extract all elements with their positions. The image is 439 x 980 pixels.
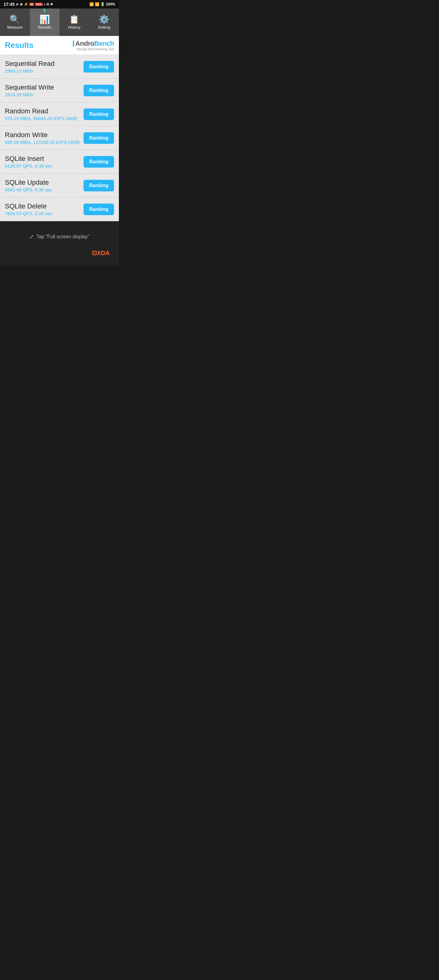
result-info-6: SQLite Delete7806.53 QPS, 0.26 sec [5,202,83,216]
result-value-5: 5683.46 QPS, 0.35 sec [5,187,83,192]
messenger-icon: ⚡ [24,2,28,6]
bottom-bar: ⤢ Tap "Full screen display" ⊡XDA [0,221,119,266]
fullscreen-icon: ⤢ [29,234,34,240]
page-header: Results AndroBench Storage Benchmarking … [0,36,119,55]
result-value-2: 375.19 MB/s, 96049.29 IOPS (4KB) [5,116,83,121]
result-name-5: SQLite Update [5,178,83,186]
result-name-4: SQLite Insert [5,155,83,163]
nav-label-history: History [68,25,80,30]
ranking-button-6[interactable]: Ranking [83,204,114,215]
brand-accent [73,41,74,47]
bluetooth-icon: ✳ [50,2,53,6]
result-row: SQLite Update5683.46 QPS, 0.35 secRankin… [0,174,119,197]
wifi-icon: 📶 [89,2,94,6]
result-row: Sequential Write2614.29 MB/sRanking [0,79,119,102]
result-info-1: Sequential Write2614.29 MB/s [5,83,83,97]
status-left: 17:45 ➤ ⊕ ⚡ 31 SOS • N ✳ [4,2,53,7]
status-bar: 17:45 ➤ ⊕ ⚡ 31 SOS • N ✳ 📶 📶 🔋 100% [0,0,119,8]
discord-icon: ⊕ [20,2,22,6]
result-value-0: 2900.12 MB/s [5,68,83,73]
result-row: Random Write496.09 MB/s, 127000.15 IOPS … [0,126,119,150]
result-info-2: Random Read375.19 MB/s, 96049.29 IOPS (4… [5,107,83,121]
fullscreen-hint: ⤢ Tap "Full screen display" [6,234,113,240]
result-name-2: Random Read [5,107,83,115]
result-row: Random Read375.19 MB/s, 96049.29 IOPS (4… [0,102,119,126]
ranking-button-5[interactable]: Ranking [83,180,114,191]
nav-label-setting: Setting [98,25,110,30]
result-value-4: 5135.97 QPS, 0.39 sec [5,163,83,169]
result-value-6: 7806.53 QPS, 0.26 sec [5,211,83,216]
battery-icon: 🔋 [100,2,105,6]
sos-icon: SOS [35,3,43,6]
status-right: 📶 📶 🔋 100% [89,2,115,6]
settings-icon: ⚙️ [99,15,109,24]
nav-bar: 🔍 Measure 📊 Results 📋 History ⚙️ Setting [0,8,119,36]
nav-label-results: Results [38,25,51,30]
brand-name: AndroBench [73,40,114,48]
xda-logo: ⊡XDA [6,249,113,256]
signal-icon: 📶 [95,2,99,6]
fullscreen-text: Tap "Full screen display" [36,234,89,240]
measure-icon: 🔍 [10,15,20,24]
result-row: SQLite Delete7806.53 QPS, 0.26 secRankin… [0,197,119,221]
results-container: Sequential Read2900.12 MB/sRankingSequen… [0,55,119,221]
result-row: Sequential Read2900.12 MB/sRanking [0,55,119,79]
calendar-icon: 31 [30,3,34,6]
nav-label-measure: Measure [7,25,22,30]
result-value-3: 496.09 MB/s, 127000.15 IOPS (4KB) [5,140,83,145]
nav-item-setting[interactable]: ⚙️ Setting [89,8,119,36]
nav-item-results[interactable]: 📊 Results [30,8,60,36]
result-row: SQLite Insert5135.97 QPS, 0.39 secRankin… [0,150,119,174]
ranking-button-3[interactable]: Ranking [83,132,114,144]
results-icon: 📊 [39,15,50,24]
active-indicator [44,8,45,12]
nav-item-history[interactable]: 📋 History [59,8,89,36]
brand-name-text: AndroBench [75,40,114,48]
brand-tagline: Storage Benchmarking Tool [77,48,114,51]
status-time: 17:45 [4,2,14,7]
dot-icon: • [44,2,45,7]
nav-icon-arrow: ➤ [16,2,19,6]
history-icon: 📋 [69,15,80,24]
ranking-button-0[interactable]: Ranking [83,61,114,73]
result-name-3: Random Write [5,131,83,139]
result-name-0: Sequential Read [5,60,83,68]
ranking-button-1[interactable]: Ranking [83,85,114,96]
battery-level: 100% [106,2,115,6]
result-name-6: SQLite Delete [5,202,83,210]
nav-item-measure[interactable]: 🔍 Measure [0,8,30,36]
ranking-button-2[interactable]: Ranking [83,108,114,120]
page-title: Results [5,41,34,50]
result-info-0: Sequential Read2900.12 MB/s [5,60,83,73]
xda-text: ⊡XDA [92,250,110,256]
result-info-3: Random Write496.09 MB/s, 127000.15 IOPS … [5,131,83,145]
result-info-4: SQLite Insert5135.97 QPS, 0.39 sec [5,155,83,169]
brand-logo: AndroBench Storage Benchmarking Tool [73,40,114,51]
result-name-1: Sequential Write [5,83,83,91]
result-value-1: 2614.29 MB/s [5,92,83,97]
result-info-5: SQLite Update5683.46 QPS, 0.35 sec [5,178,83,192]
ranking-button-4[interactable]: Ranking [83,156,114,168]
nfc-icon: N [46,2,49,6]
